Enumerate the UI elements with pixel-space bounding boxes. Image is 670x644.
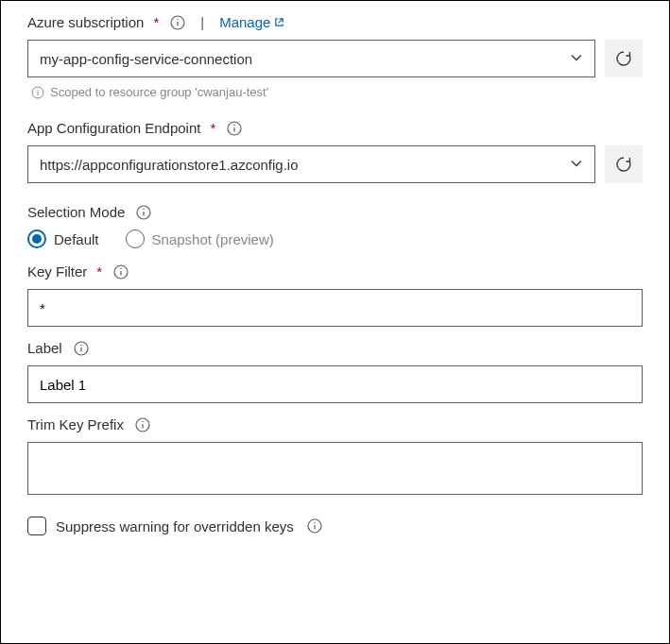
- svg-point-14: [121, 267, 122, 268]
- selection-mode-radios: Default Snapshot (preview): [27, 229, 643, 248]
- azure-subscription-label: Azure subscription: [27, 14, 144, 30]
- label-row: Selection Mode: [27, 204, 643, 220]
- label-row: Azure subscription * | Manage: [27, 14, 643, 30]
- label-row: Key Filter *: [27, 263, 643, 280]
- subscription-hint: Scoped to resource group 'cwanjau-test': [27, 85, 643, 99]
- info-icon: [31, 86, 44, 99]
- svg-point-17: [80, 344, 81, 345]
- subscription-hint-text: Scoped to resource group 'cwanjau-test': [50, 85, 268, 99]
- azure-subscription-value: my-app-config-service-connection: [40, 51, 252, 67]
- required-mark: *: [96, 263, 102, 280]
- label-input[interactable]: [27, 365, 643, 403]
- key-filter-label: Key Filter: [27, 263, 87, 280]
- field-azure-subscription: Azure subscription * | Manage my-app-con…: [27, 14, 643, 99]
- trim-prefix-input[interactable]: [27, 442, 643, 495]
- field-selection-mode: Selection Mode Default Snapshot (preview…: [27, 204, 643, 248]
- radio-button: [126, 229, 145, 248]
- azure-subscription-select[interactable]: my-app-config-service-connection: [27, 40, 595, 77]
- svg-point-8: [234, 124, 235, 125]
- endpoint-value: https://appconfigurationstore1.azconfig.…: [40, 157, 299, 173]
- radio-default-label: Default: [54, 231, 99, 247]
- field-trim-prefix: Trim Key Prefix: [27, 416, 643, 498]
- suppress-row: Suppress warning for overridden keys: [27, 517, 643, 535]
- endpoint-select[interactable]: https://appconfigurationstore1.azconfig.…: [27, 145, 595, 183]
- svg-point-11: [144, 208, 145, 209]
- field-endpoint: App Configuration Endpoint * https://app…: [27, 120, 643, 183]
- endpoint-label: App Configuration Endpoint: [27, 120, 200, 136]
- required-mark: *: [210, 120, 215, 136]
- manage-link[interactable]: Manage: [219, 14, 284, 30]
- label-row: App Configuration Endpoint *: [27, 120, 643, 136]
- suppress-label: Suppress warning for overridden keys: [56, 518, 294, 534]
- selection-mode-label: Selection Mode: [27, 204, 125, 220]
- label-row: Trim Key Prefix: [27, 416, 643, 432]
- info-icon[interactable]: [135, 417, 150, 432]
- info-icon[interactable]: [113, 264, 129, 280]
- key-filter-input[interactable]: [27, 289, 643, 327]
- svg-point-5: [37, 89, 38, 90]
- svg-point-23: [314, 522, 315, 523]
- input-row: https://appconfigurationstore1.azconfig.…: [27, 145, 643, 183]
- info-icon[interactable]: [170, 15, 185, 30]
- input-row: my-app-config-service-connection: [27, 40, 643, 77]
- radio-default[interactable]: Default: [27, 229, 99, 248]
- label-row: Label: [27, 340, 643, 356]
- chevron-down-icon: [570, 51, 583, 67]
- chevron-down-icon: [570, 157, 583, 173]
- external-link-icon: [274, 14, 284, 30]
- manage-link-text: Manage: [219, 14, 270, 30]
- info-icon[interactable]: [74, 341, 89, 356]
- required-mark: *: [153, 14, 159, 30]
- trim-prefix-label: Trim Key Prefix: [27, 416, 124, 432]
- refresh-endpoint-button[interactable]: [605, 145, 643, 183]
- app-config-form: Azure subscription * | Manage my-app-con…: [0, 0, 670, 644]
- field-key-filter: Key Filter *: [27, 263, 643, 327]
- separator: |: [200, 14, 204, 30]
- svg-point-2: [178, 18, 179, 19]
- radio-snapshot-label: Snapshot (preview): [152, 231, 274, 247]
- suppress-checkbox[interactable]: [27, 517, 46, 535]
- radio-button: [27, 229, 46, 248]
- info-icon[interactable]: [227, 121, 242, 136]
- label-field-label: Label: [27, 340, 62, 356]
- field-label: Label: [27, 340, 643, 403]
- info-icon[interactable]: [307, 518, 322, 534]
- refresh-subscription-button[interactable]: [605, 40, 643, 77]
- radio-snapshot[interactable]: Snapshot (preview): [126, 229, 274, 248]
- svg-point-20: [142, 420, 143, 421]
- info-icon[interactable]: [136, 205, 151, 220]
